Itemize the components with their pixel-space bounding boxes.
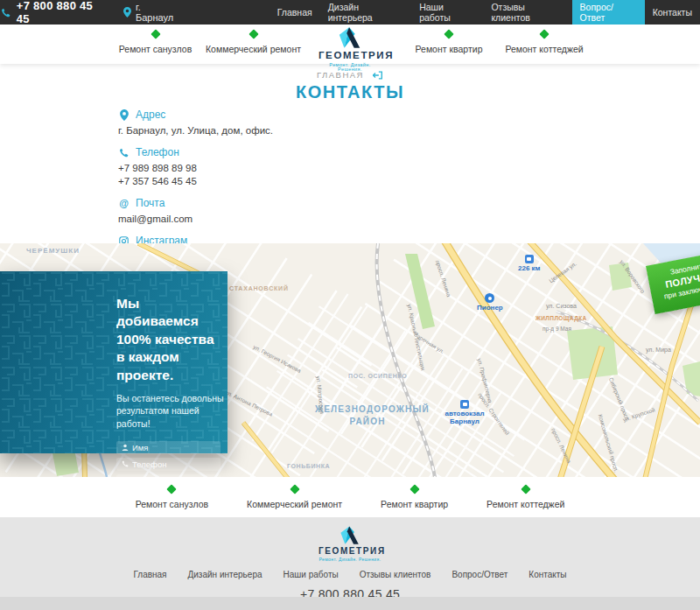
footer-nav-reviews[interactable]: Отзывы клиентов bbox=[360, 570, 431, 579]
email-field-wrap: @ bbox=[116, 474, 220, 477]
poi-railway-station[interactable]: 226 км bbox=[518, 255, 541, 272]
header: Ремонт санузлов Коммерческий ремонт ГЕОМ… bbox=[0, 25, 700, 64]
logo-tagline: Ремонт. Дизайн. Решения. bbox=[318, 63, 382, 73]
poi-pioneer[interactable]: Пионер bbox=[477, 293, 503, 312]
footer-nav-interior-design[interactable]: Дизайн интерьера bbox=[188, 570, 262, 579]
nav-item-interior-design[interactable]: Дизайн интерьера bbox=[320, 0, 411, 25]
lead-form-card: Мы добиваемся 100% качества в каждом про… bbox=[0, 271, 228, 453]
form-subheading: Вы останетесь довольны результатом нашей… bbox=[116, 392, 228, 430]
map[interactable]: ЧЕРЁМУШКИ СТАХАНОВСКИЙ ул. Сизова ЖИЛПЛО… bbox=[0, 243, 700, 477]
footer-nav-home[interactable]: Главная bbox=[133, 570, 166, 579]
pin-icon bbox=[118, 109, 130, 121]
service-commercial[interactable]: Коммерческий ремонт bbox=[247, 486, 342, 509]
header-service-cottages[interactable]: Ремонт коттеджей bbox=[500, 31, 588, 54]
train-station-icon bbox=[525, 255, 534, 263]
user-icon bbox=[122, 444, 132, 451]
topbar: +7 800 880 45 45 г. Барнаул Главная Диза… bbox=[0, 0, 700, 25]
at-icon: @ bbox=[118, 198, 130, 208]
footer-logo[interactable]: ГЕОМЕТРИЯ Ремонт. Дизайн. Решения. bbox=[318, 526, 382, 562]
phone-field-wrap bbox=[116, 458, 220, 471]
phone-input[interactable] bbox=[132, 459, 211, 469]
contact-group-address: Адрес г. Барнаул, ул. Улица, дом, офис. bbox=[118, 109, 407, 137]
back-icon[interactable] bbox=[373, 71, 383, 80]
nav-item-our-works[interactable]: Наши работы bbox=[411, 0, 483, 25]
service-bathrooms[interactable]: Ремонт санузлов bbox=[136, 486, 208, 509]
pin-icon bbox=[123, 7, 131, 18]
services-row: Ремонт санузлов Коммерческий ремонт Ремо… bbox=[0, 477, 700, 517]
topbar-phone: +7 800 880 45 45 bbox=[0, 0, 108, 25]
name-field-wrap bbox=[116, 441, 220, 454]
form-heading: Мы добиваемся 100% качества в каждом про… bbox=[116, 295, 225, 384]
diamond-icon bbox=[444, 29, 453, 39]
topbar-phone-number: +7 800 880 45 45 bbox=[17, 0, 108, 25]
contact-label: Адрес bbox=[136, 109, 165, 121]
topbar-city: г. Барнаул bbox=[123, 2, 180, 23]
email-input[interactable] bbox=[132, 476, 211, 477]
header-service-commercial[interactable]: Коммерческий ремонт bbox=[203, 31, 304, 54]
nav-item-contacts[interactable]: Контакты bbox=[645, 0, 700, 25]
contact-phone-1[interactable]: +7 989 898 89 98 bbox=[118, 162, 407, 174]
footer-nav: Главная Дизайн интерьера Наши работы Отз… bbox=[0, 570, 700, 579]
phone-icon bbox=[122, 460, 132, 467]
nav-item-faq[interactable]: Вопрос/Ответ bbox=[572, 0, 645, 25]
diamond-icon bbox=[150, 29, 160, 39]
diamond-icon bbox=[521, 484, 530, 494]
diamond-icon bbox=[290, 484, 299, 494]
cinema-icon bbox=[485, 293, 494, 303]
footer-nav-contacts[interactable]: Контакты bbox=[528, 570, 566, 579]
phone-icon bbox=[0, 8, 11, 18]
footer: ГЕОМЕТРИЯ Ремонт. Дизайн. Решения. Главн… bbox=[0, 517, 700, 597]
logo-tagline: Ремонт. Дизайн. Решения. bbox=[318, 557, 382, 562]
page-title: КОНТАКТЫ bbox=[0, 82, 700, 102]
bus-icon bbox=[460, 400, 469, 409]
contact-email-value[interactable]: mail@gmail.com bbox=[118, 213, 407, 225]
topbar-nav: Главная Дизайн интерьера Наши работы Отз… bbox=[270, 0, 700, 25]
topbar-city-name: г. Барнаул bbox=[136, 2, 180, 23]
contact-label: Телефон bbox=[136, 146, 179, 158]
logo-name: ГЕОМЕТРИЯ bbox=[318, 547, 382, 556]
diamond-icon bbox=[539, 29, 549, 39]
contact-phone-2[interactable]: +7 357 546 45 45 bbox=[118, 175, 407, 187]
phone-icon bbox=[118, 148, 130, 158]
header-service-bathrooms[interactable]: Ремонт санузлов bbox=[114, 31, 197, 54]
form-fields: @ bbox=[116, 441, 220, 477]
nav-item-home[interactable]: Главная bbox=[270, 0, 320, 25]
service-apartments[interactable]: Ремонт квартир bbox=[381, 486, 448, 509]
contact-address-value: г. Барнаул, ул. Улица, дом, офис. bbox=[118, 124, 407, 137]
footer-nav-our-works[interactable]: Наши работы bbox=[284, 570, 339, 579]
diamond-icon bbox=[410, 484, 419, 494]
page: +7 800 880 45 45 г. Барнаул Главная Диза… bbox=[0, 0, 700, 610]
contact-label: Почта bbox=[136, 197, 164, 209]
diamond-icon bbox=[248, 29, 258, 39]
nav-item-reviews[interactable]: Отзывы клиентов bbox=[483, 0, 571, 25]
diamond-icon bbox=[167, 484, 177, 494]
contact-group-phone: Телефон +7 989 898 89 98 +7 357 546 45 4… bbox=[118, 146, 407, 187]
logo-mark-icon bbox=[339, 526, 361, 545]
name-input[interactable] bbox=[132, 443, 211, 452]
header-service-apartments[interactable]: Ремонт квартир bbox=[410, 31, 488, 54]
bottom-strip bbox=[0, 597, 700, 610]
logo-name: ГЕОМЕТРИЯ bbox=[318, 51, 382, 61]
logo[interactable]: ГЕОМЕТРИЯ Ремонт. Дизайн. Решения. bbox=[318, 27, 382, 73]
logo-mark-icon bbox=[337, 27, 363, 49]
contact-group-email: @ Почта mail@gmail.com bbox=[118, 197, 407, 225]
footer-nav-faq[interactable]: Вопрос/Ответ bbox=[452, 570, 508, 579]
poi-bus-station[interactable]: автовокзал Барнаул bbox=[439, 400, 490, 425]
service-cottages[interactable]: Ремонт коттеджей bbox=[486, 486, 564, 509]
